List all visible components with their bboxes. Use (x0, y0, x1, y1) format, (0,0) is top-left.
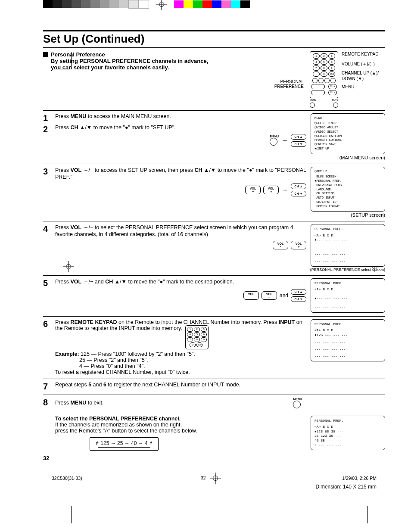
ch-down-button: CH ▼ (291, 296, 306, 302)
pp-final-screen: PERSONAL PREF. <A> B C D ●125 85 38 --- … (311, 416, 385, 450)
select-heading: To select the PERSONAL PREFERENCE channe… (55, 416, 306, 422)
screen-caption: (PERSONAL PREFERENCE select screen) (310, 268, 385, 272)
select-text: If the channels are memorized as shown o… (55, 422, 306, 428)
page-title: Set Up (Continued) (43, 32, 385, 48)
vol-minus-button: VOL − (245, 186, 261, 194)
ch-up-button: CH ▲ (291, 289, 306, 295)
footer-file: 32C530(31-33) (52, 476, 82, 481)
screen-caption: (SETUP screen) (310, 212, 385, 218)
menu-button-icon (270, 138, 277, 146)
personal-pref-label: PERSONALPREFERENCE (274, 79, 304, 89)
cycle-box: ↱ 125 → 25 → 40 → 4 ↰ (90, 437, 159, 451)
remote-diagram: 123 456 789 0100 CH▲ CH▼ MENUMUTE (310, 51, 338, 109)
dimension-text: Dimension: 140 X 215 mm (43, 484, 385, 490)
setup-screen: ▢SET UP BLUE SCREEN ●PERSONAL PREF. UNIV… (311, 167, 385, 212)
step-body: Press VOL ＋/− to select the PERSONAL PRE… (55, 224, 310, 271)
step-body: Press CH ▲/▼ to move the "●" mark to "SE… (55, 124, 310, 147)
select-text: press the Remote's "A" button to select … (55, 428, 306, 434)
pp-position-screen: PERSONAL PREF. <A> B C D --- --- --- ---… (311, 278, 385, 313)
remote-labels: REMOTE KEYPAD VOLUME (＋)/(−) CHANNEL UP … (342, 51, 385, 109)
main-menu-screen: MENU ▢SLEEP TIMER ▢VIDEO ADJUST ▢AUDIO S… (311, 113, 385, 154)
footer-mid: 32 (201, 474, 224, 482)
footer: 32C530(31-33) 32 1/29/03, 2:26 PM (43, 474, 385, 482)
ch-down-button: CH ▼ (291, 191, 306, 196)
step-number: 5 (43, 278, 55, 313)
step-number: 8 (43, 398, 55, 408)
step-number: 1 (43, 113, 55, 123)
step-number: 3 (43, 167, 55, 218)
pp-125-screen: PERSONAL PREF. <A> B C D ●125 --- --- --… (311, 319, 385, 361)
step-body: Press MENU to access the MAIN MENU scree… (55, 113, 310, 123)
intro-heading: Personal Preference (51, 51, 210, 58)
step-body: Repeat steps 5 and 6 to register the nex… (55, 382, 385, 391)
page-title-bar: Set Up (Continued) (43, 30, 385, 48)
ch-up-button: CH ▲ (291, 134, 306, 140)
intro-text: By setting PERSONAL PREFERENCE channels … (51, 58, 210, 71)
pp-select-screen: PERSONAL PREF. <A> B C D ●--- --- --- --… (311, 224, 385, 266)
step-body: Press MENU to exit. MENU (55, 398, 310, 408)
step-body: Press VOL ＋/− to access the SET UP scree… (55, 167, 310, 218)
vol-plus-button: VOL ＋ (291, 241, 306, 249)
step-body: Press REMOTE KEYPAD on the Remote to inp… (55, 319, 310, 375)
printer-color-bar (0, 0, 411, 9)
step-number: 7 (43, 382, 55, 391)
keypad-icon: 123 456 789 0100 (185, 325, 209, 349)
step-body: Press VOL ＋/− and CH ▲/▼ to move the "●"… (55, 278, 310, 313)
ch-up-button: CH ▲ (291, 184, 306, 189)
registration-mark-top (158, 0, 165, 8)
vol-plus-button: VOL ＋ (263, 186, 279, 194)
vol-minus-button: VOL − (273, 241, 288, 249)
vol-plus-button: VOL ＋ (262, 291, 277, 300)
step-number: 2 (43, 124, 55, 147)
screen-caption: (MAIN MENU screen) (310, 155, 385, 160)
menu-button-icon (293, 401, 301, 408)
section-bullet (43, 52, 48, 57)
step-number: 4 (43, 224, 55, 271)
step-number: 6 (43, 319, 55, 375)
ch-down-button: CH ▼ (291, 141, 306, 147)
footer-date: 1/29/03, 2:26 PM (342, 476, 377, 481)
page-number: 32 (43, 455, 385, 461)
vol-minus-button: VOL − (243, 291, 259, 300)
